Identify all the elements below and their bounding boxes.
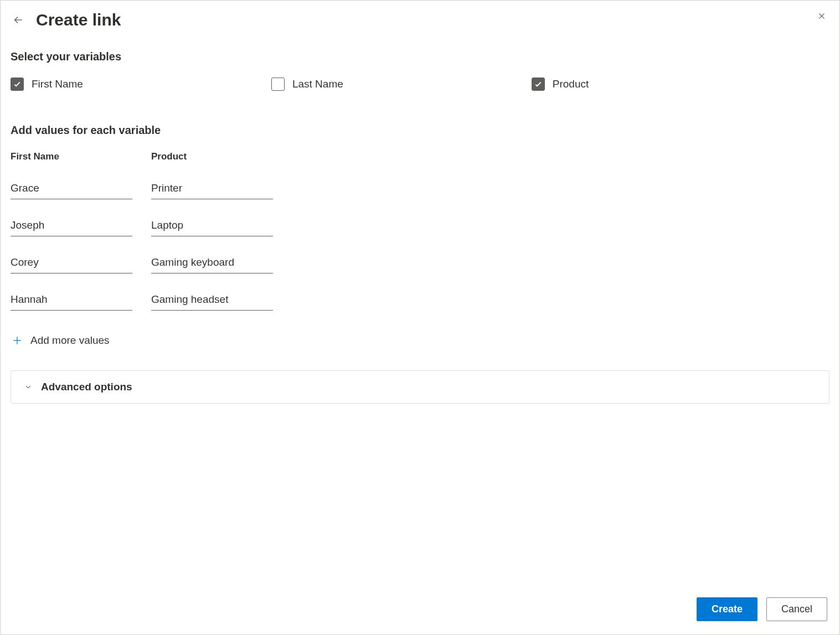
advanced-options-label: Advanced options <box>41 381 132 393</box>
dialog-header: Create link <box>1 1 839 35</box>
product-input[interactable] <box>151 178 273 199</box>
create-button[interactable]: Create <box>697 597 757 621</box>
checkbox-input[interactable] <box>532 78 545 91</box>
add-more-label: Add more values <box>30 334 110 347</box>
checkbox-input[interactable] <box>11 78 24 91</box>
values-block: First Name Product <box>11 151 829 347</box>
select-variables-heading: Select your variables <box>11 50 829 63</box>
back-icon[interactable] <box>11 12 26 28</box>
add-values-heading: Add values for each variable <box>11 124 829 137</box>
values-columns: First Name Product <box>11 151 829 326</box>
column-header: Product <box>151 151 273 162</box>
product-input[interactable] <box>151 252 273 273</box>
column-header: First Name <box>11 151 132 162</box>
add-more-values-button[interactable]: Add more values <box>11 334 829 347</box>
cancel-button[interactable]: Cancel <box>766 597 827 621</box>
page-title: Create link <box>36 11 121 29</box>
plus-icon <box>11 334 24 347</box>
advanced-options-toggle[interactable]: Advanced options <box>11 370 829 404</box>
column-first-name: First Name <box>11 151 132 326</box>
checkbox-product[interactable]: Product <box>532 78 589 91</box>
checkbox-last-name[interactable]: Last Name <box>271 78 343 91</box>
first-name-input[interactable] <box>11 252 132 273</box>
product-input[interactable] <box>151 215 273 236</box>
checkbox-label: Last Name <box>292 78 343 90</box>
create-link-dialog: Create link Select your variables First … <box>0 0 840 635</box>
close-icon[interactable] <box>814 8 829 24</box>
chevron-down-icon <box>23 382 33 392</box>
checkbox-first-name[interactable]: First Name <box>11 78 83 91</box>
checkbox-label: Product <box>553 78 589 90</box>
dialog-footer: Create Cancel <box>1 587 839 634</box>
first-name-input[interactable] <box>11 178 132 199</box>
checkbox-label: First Name <box>32 78 83 90</box>
first-name-input[interactable] <box>11 289 132 311</box>
checkbox-input[interactable] <box>271 78 285 91</box>
product-input[interactable] <box>151 289 273 311</box>
variables-checkbox-row: First Name Last Name Product <box>11 78 829 91</box>
first-name-input[interactable] <box>11 215 132 236</box>
column-product: Product <box>151 151 273 326</box>
dialog-content: Select your variables First Name Last Na… <box>1 35 839 587</box>
